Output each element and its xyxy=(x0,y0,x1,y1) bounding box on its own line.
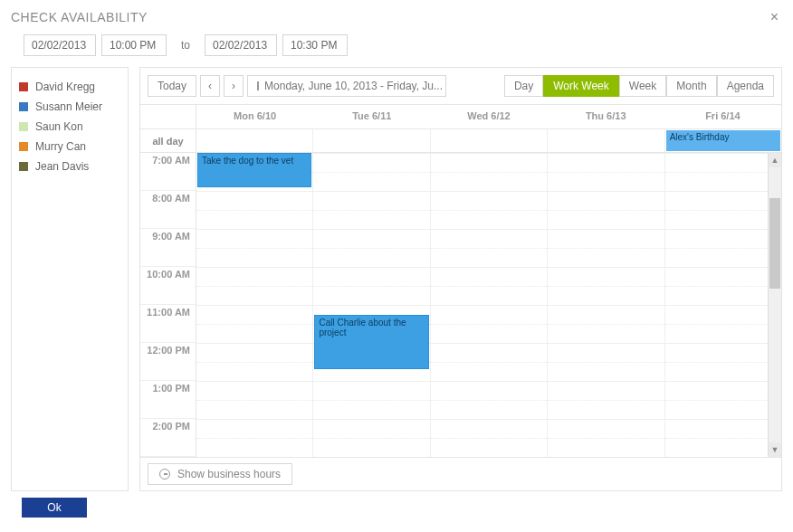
from-time-input[interactable] xyxy=(101,34,167,56)
person-color-swatch xyxy=(19,82,28,91)
person-item[interactable]: David Kregg xyxy=(19,77,120,97)
allday-event[interactable]: Alex's Birthday xyxy=(666,130,780,151)
view-tabs: DayWork WeekWeekMonthAgenda xyxy=(504,75,774,97)
view-tab-week[interactable]: Week xyxy=(619,75,666,97)
scroll-down-icon[interactable]: ▼ xyxy=(769,442,781,457)
time-label: 11:00 AM xyxy=(140,305,196,343)
allday-cell[interactable] xyxy=(313,129,430,152)
day-header-row: Mon 6/10Tue 6/11Wed 6/12Thu 6/13Fri 6/14 xyxy=(140,105,781,129)
person-color-swatch xyxy=(19,122,28,131)
time-label: 12:00 PM xyxy=(140,343,196,381)
day-column[interactable] xyxy=(665,153,781,457)
person-color-swatch xyxy=(19,102,28,111)
time-label: 7:00 AM xyxy=(140,153,196,191)
to-label: to xyxy=(172,39,199,52)
calendar-event[interactable]: Take the dog to the vet xyxy=(197,153,311,187)
time-label: 2:00 PM xyxy=(140,419,196,457)
person-name: Murry Can xyxy=(35,140,86,153)
to-time-input[interactable] xyxy=(282,34,348,56)
clock-icon xyxy=(159,469,170,480)
view-tab-workweek[interactable]: Work Week xyxy=(543,75,619,97)
view-tab-day[interactable]: Day xyxy=(504,75,543,97)
person-color-swatch xyxy=(19,142,28,151)
day-header: Wed 6/12 xyxy=(430,105,547,128)
allday-cell[interactable]: Alex's Birthday xyxy=(665,129,781,152)
time-label: 1:00 PM xyxy=(140,381,196,419)
allday-cell[interactable] xyxy=(548,129,664,152)
scroll-up-icon[interactable]: ▲ xyxy=(769,153,781,167)
today-button[interactable]: Today xyxy=(148,75,196,97)
day-column[interactable]: Call Charlie about the project xyxy=(313,153,430,457)
scroll-thumb[interactable] xyxy=(769,198,780,289)
time-label: 8:00 AM xyxy=(140,191,196,229)
day-header: Tue 6/11 xyxy=(313,105,430,128)
day-header: Thu 6/13 xyxy=(548,105,664,128)
allday-cell[interactable] xyxy=(196,129,313,152)
person-item[interactable]: Susann Meier xyxy=(19,97,120,117)
calendar-panel: Today ‹ › Monday, June 10, 2013 - Friday… xyxy=(139,67,782,491)
scrollbar[interactable]: ▲ ▼ xyxy=(768,153,781,457)
business-hours-label: Show business hours xyxy=(177,468,281,480)
to-date-input[interactable] xyxy=(205,34,277,56)
person-name: Jean Davis xyxy=(35,160,89,173)
allday-label: all day xyxy=(140,129,196,152)
view-tab-month[interactable]: Month xyxy=(666,75,716,97)
date-range-display[interactable]: Monday, June 10, 2013 - Friday, Ju... xyxy=(247,75,446,97)
calendar-toolbar: Today ‹ › Monday, June 10, 2013 - Friday… xyxy=(140,68,781,104)
allday-cell[interactable] xyxy=(431,129,548,152)
time-label: 10:00 AM xyxy=(140,267,196,305)
person-name: David Kregg xyxy=(35,81,95,93)
window-title: CHECK AVAILABILITY xyxy=(11,10,148,24)
people-panel: David KreggSusann MeierSaun KonMurry Can… xyxy=(11,67,129,491)
business-hours-button[interactable]: Show business hours xyxy=(148,463,292,485)
day-header: Fri 6/14 xyxy=(664,105,781,128)
person-color-swatch xyxy=(19,162,28,171)
calendar-event[interactable]: Call Charlie about the project xyxy=(314,315,428,369)
date-range-text: Monday, June 10, 2013 - Friday, Ju... xyxy=(264,80,443,92)
from-date-input[interactable] xyxy=(24,34,96,56)
person-item[interactable]: Saun Kon xyxy=(19,117,120,137)
day-header: Mon 6/10 xyxy=(196,105,313,128)
allday-row: all day Alex's Birthday xyxy=(140,129,781,153)
day-column[interactable]: Take the dog to the vet xyxy=(196,153,313,457)
person-name: Susann Meier xyxy=(35,100,102,113)
view-tab-agenda[interactable]: Agenda xyxy=(717,75,774,97)
person-item[interactable]: Jean Davis xyxy=(19,157,120,176)
day-column[interactable] xyxy=(548,153,664,457)
person-name: Saun Kon xyxy=(35,120,83,133)
next-button[interactable]: › xyxy=(224,75,244,97)
day-column[interactable] xyxy=(431,153,548,457)
close-icon[interactable]: × xyxy=(767,9,782,25)
calendar-icon xyxy=(257,81,259,90)
prev-button[interactable]: ‹ xyxy=(200,75,220,97)
person-item[interactable]: Murry Can xyxy=(19,137,120,157)
time-label: 9:00 AM xyxy=(140,229,196,267)
ok-button[interactable]: Ok xyxy=(22,498,87,518)
time-grid-scroll[interactable]: 7:00 AM8:00 AM9:00 AM10:00 AM11:00 AM12:… xyxy=(140,153,781,457)
date-range-row: to xyxy=(11,33,782,67)
